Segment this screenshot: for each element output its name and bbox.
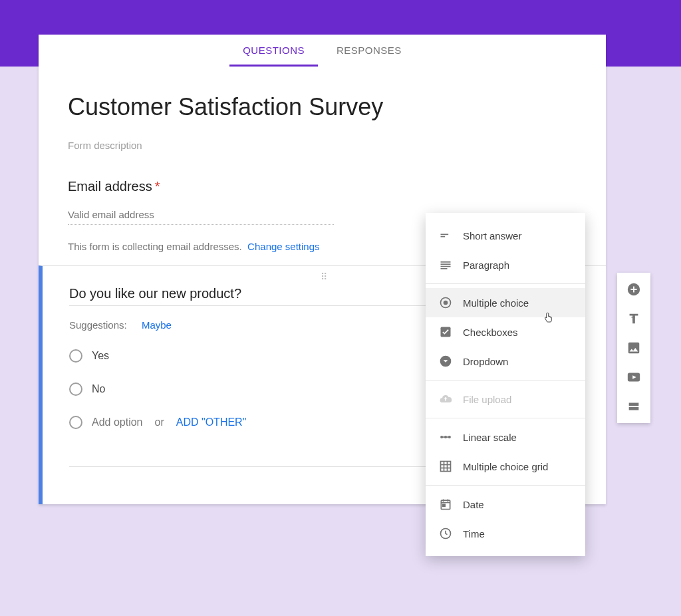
dropdown-icon bbox=[439, 355, 452, 368]
menu-multiple-choice[interactable]: Multiple choice bbox=[426, 288, 585, 317]
clock-icon bbox=[439, 527, 452, 540]
svg-rect-5 bbox=[441, 263, 451, 265]
menu-dropdown[interactable]: Dropdown bbox=[426, 347, 585, 376]
menu-label: Short answer bbox=[463, 230, 521, 241]
drag-handle-icon[interactable]: ⠿ bbox=[321, 271, 329, 282]
linear-scale-icon bbox=[439, 430, 452, 444]
add-image-icon[interactable] bbox=[626, 341, 641, 355]
menu-label: Checkboxes bbox=[463, 327, 518, 338]
menu-checkboxes[interactable]: Checkboxes bbox=[426, 317, 585, 347]
add-title-icon[interactable] bbox=[626, 311, 641, 326]
question-type-menu: Short answer Paragraph Multiple choice C… bbox=[426, 213, 585, 556]
calendar-icon bbox=[439, 498, 452, 511]
add-question-icon[interactable] bbox=[626, 282, 641, 297]
menu-label: Linear scale bbox=[463, 432, 517, 443]
add-video-icon[interactable] bbox=[626, 370, 641, 385]
option-label[interactable]: No bbox=[92, 383, 105, 395]
menu-label: Dropdown bbox=[463, 356, 508, 367]
email-label-text: Email address bbox=[68, 179, 152, 194]
suggestions-label: Suggestions: bbox=[69, 319, 127, 331]
tab-bar: QUESTIONS RESPONSES bbox=[39, 35, 606, 67]
tab-responses[interactable]: RESPONSES bbox=[337, 35, 402, 67]
menu-label: Time bbox=[463, 528, 485, 539]
required-asterisk: * bbox=[155, 179, 160, 194]
or-text: or bbox=[155, 416, 164, 428]
paragraph-icon bbox=[439, 258, 452, 271]
cloud-upload-icon bbox=[439, 392, 452, 406]
menu-short-answer[interactable]: Short answer bbox=[426, 221, 585, 250]
form-title[interactable]: Customer Satisfaction Survey bbox=[68, 93, 577, 121]
form-description[interactable]: Form description bbox=[68, 140, 577, 151]
add-section-icon[interactable] bbox=[626, 399, 641, 414]
menu-file-upload: File upload bbox=[426, 385, 585, 414]
menu-label: Multiple choice bbox=[463, 297, 529, 309]
radio-icon bbox=[69, 416, 82, 429]
svg-rect-15 bbox=[442, 436, 450, 438]
svg-rect-3 bbox=[441, 236, 446, 237]
menu-separator bbox=[426, 485, 585, 486]
menu-label: Paragraph bbox=[463, 259, 509, 271]
radio-icon bbox=[69, 383, 82, 396]
menu-paragraph[interactable]: Paragraph bbox=[426, 250, 585, 279]
email-note-text: This form is collecting email addresses. bbox=[68, 241, 242, 252]
menu-label: Multiple choice grid bbox=[463, 461, 548, 472]
menu-date[interactable]: Date bbox=[426, 490, 585, 519]
svg-rect-25 bbox=[443, 504, 445, 506]
side-toolbar bbox=[617, 273, 650, 423]
menu-label: File upload bbox=[463, 394, 511, 405]
change-settings-link[interactable]: Change settings bbox=[247, 241, 319, 252]
menu-separator bbox=[426, 380, 585, 381]
menu-separator bbox=[426, 418, 585, 418]
svg-rect-16 bbox=[441, 462, 451, 472]
svg-rect-2 bbox=[441, 234, 449, 235]
menu-multiple-choice-grid[interactable]: Multiple choice grid bbox=[426, 452, 585, 481]
radio-checked-icon bbox=[439, 296, 452, 309]
svg-point-9 bbox=[444, 301, 448, 305]
radio-icon bbox=[69, 349, 82, 363]
email-input[interactable] bbox=[68, 208, 334, 225]
svg-rect-6 bbox=[441, 266, 451, 267]
checkbox-icon bbox=[439, 325, 452, 339]
menu-time[interactable]: Time bbox=[426, 519, 585, 548]
suggestion-maybe[interactable]: Maybe bbox=[142, 319, 172, 331]
svg-rect-7 bbox=[441, 268, 448, 269]
option-label[interactable]: Yes bbox=[92, 350, 109, 362]
add-other-link[interactable]: ADD "OTHER" bbox=[176, 416, 247, 428]
menu-label: Date bbox=[463, 499, 484, 510]
tab-questions[interactable]: QUESTIONS bbox=[243, 35, 305, 67]
svg-rect-4 bbox=[441, 261, 451, 263]
menu-linear-scale[interactable]: Linear scale bbox=[426, 422, 585, 452]
svg-rect-30 bbox=[629, 407, 639, 410]
add-option-text[interactable]: Add option bbox=[92, 416, 143, 428]
menu-separator bbox=[426, 283, 585, 284]
grid-icon bbox=[439, 460, 452, 473]
svg-rect-29 bbox=[629, 403, 639, 406]
mouse-cursor-icon bbox=[542, 311, 554, 328]
email-label: Email address* bbox=[68, 179, 577, 194]
short-answer-icon bbox=[439, 229, 452, 242]
